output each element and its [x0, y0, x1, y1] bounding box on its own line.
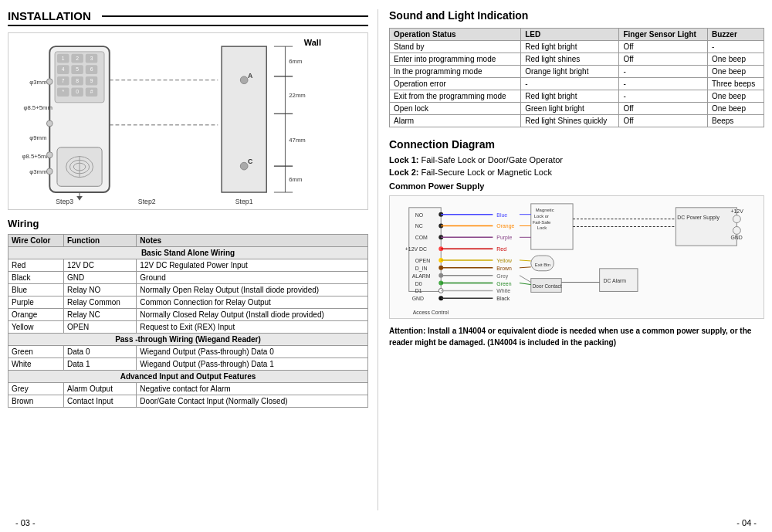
lock2-text: Lock 2: Fail-Secure Lock or Magnetic Loc… — [389, 168, 764, 177]
svg-text:Purple: Purple — [496, 235, 512, 241]
installation-svg: 1 2 3 4 5 6 7 8 9 * 0 # — [8, 33, 367, 209]
svg-text:3: 3 — [90, 56, 93, 61]
installation-title-text: INSTALLATION — [8, 9, 91, 22]
svg-text:DC Power Supply: DC Power Supply — [677, 215, 720, 221]
sound-cell-led: Red light bright — [521, 41, 619, 53]
wire-color: Red — [8, 259, 64, 272]
svg-line-122 — [520, 267, 531, 268]
svg-text:#: # — [90, 89, 93, 94]
svg-text:Step2: Step2 — [138, 198, 156, 205]
sound-row: Enter into programming modeRed light shi… — [390, 53, 764, 66]
sound-cell-led: Green light bright — [521, 103, 619, 115]
sound-cell-finger: - — [619, 78, 708, 90]
svg-text:22mm: 22mm — [289, 92, 306, 99]
page-num-right: - 04 - — [736, 518, 757, 527]
sound-cell-finger: Off — [619, 115, 708, 127]
wiring-row: BrownContact InputDoor/Gate Contact Inpu… — [8, 395, 368, 408]
wire-function: Relay NC — [64, 309, 137, 321]
svg-text:Yellow: Yellow — [496, 258, 512, 263]
wire-notes: Common Connection for Relay Output — [137, 296, 368, 309]
svg-text:DC Alarm: DC Alarm — [604, 278, 627, 283]
sound-row: Stand byRed light brightOff- — [390, 41, 764, 53]
svg-text:φ3mm: φ3mm — [29, 168, 46, 175]
sound-cell-led: Orange light bright — [521, 66, 619, 78]
wiring-row: BlackGNDGround — [8, 272, 368, 284]
common-power-title: Common Power Supply — [389, 181, 764, 191]
wire-color: Orange — [8, 309, 64, 321]
svg-text:GND: GND — [730, 235, 742, 240]
wire-color: Blue — [8, 284, 64, 296]
sound-cell-led: - — [521, 78, 619, 90]
svg-text:47mm: 47mm — [289, 137, 306, 144]
sound-cell-buzzer: One beep — [708, 53, 764, 66]
wire-notes: Door/Gate Contact Input (Normally Closed… — [137, 395, 368, 408]
svg-text:D1: D1 — [415, 288, 422, 293]
svg-point-41 — [46, 168, 52, 175]
wiring-row: WhiteData 1Wiegand Output (Pass-through)… — [8, 358, 368, 371]
svg-text:7: 7 — [62, 78, 65, 83]
svg-text:5: 5 — [76, 66, 79, 72]
wiring-section-header: Pass -through Wiring (Wiegand Reader) — [8, 334, 368, 346]
sound-cell-buzzer: Beeps — [708, 115, 764, 127]
wiring-section-header: Basic Stand Alone Wiring — [8, 247, 368, 259]
sound-cell-buzzer: One beep — [708, 103, 764, 115]
svg-line-124 — [520, 283, 531, 285]
svg-text:*: * — [62, 89, 64, 94]
wire-function: Data 0 — [64, 346, 137, 358]
wire-notes: Wiegand Output (Pass-through) Data 0 — [137, 346, 368, 358]
wire-color: Grey — [8, 383, 64, 395]
svg-text:White: White — [496, 288, 510, 293]
sound-cell-finger: - — [619, 66, 708, 78]
sound-cell-led: Red light bright — [521, 90, 619, 103]
svg-text:NO: NO — [415, 212, 424, 218]
svg-text:Access Control: Access Control — [413, 310, 449, 315]
lock2-desc: Fail-Secure Lock or Magnetic Lock — [422, 168, 552, 177]
sound-row: In the programming modeOrange light brig… — [390, 66, 764, 78]
sound-cell-status: In the programming mode — [390, 66, 521, 78]
svg-text:φ8.5+5mm: φ8.5+5mm — [23, 104, 52, 111]
wiring-row: YellowOPENRequest to Exit (REX) Input — [8, 321, 368, 334]
svg-text:Orange: Orange — [496, 223, 514, 229]
svg-text:Lock: Lock — [537, 225, 547, 230]
svg-text:Red: Red — [496, 246, 506, 252]
svg-text:ALARM: ALARM — [412, 273, 431, 279]
svg-point-40 — [46, 152, 52, 158]
sound-cell-led: Red light shines — [521, 53, 619, 66]
wire-function: Contact Input — [64, 395, 137, 408]
svg-point-130 — [733, 227, 740, 235]
sound-cell-status: Operation error — [390, 78, 521, 90]
sound-cell-status: Stand by — [390, 41, 521, 53]
svg-text:9: 9 — [90, 78, 93, 83]
svg-point-39 — [46, 120, 52, 127]
wiring-title: Wiring — [8, 218, 368, 229]
sound-col-led: LED — [521, 29, 619, 41]
svg-text:C: C — [248, 158, 253, 165]
wire-color: Purple — [8, 296, 64, 309]
svg-text:+12V: +12V — [730, 208, 743, 214]
svg-text:GND: GND — [412, 296, 424, 301]
sound-cell-finger: - — [619, 90, 708, 103]
wire-function: Alarm Output — [64, 383, 137, 395]
wire-notes: 12V DC Regulated Power Input — [137, 259, 368, 272]
svg-line-123 — [520, 276, 531, 283]
page-num-left: - 03 - — [15, 518, 36, 527]
wire-function: Data 1 — [64, 358, 137, 371]
svg-text:Fail-Safe: Fail-Safe — [533, 220, 551, 225]
sound-cell-finger: Off — [619, 41, 708, 53]
wire-notes: Ground — [137, 272, 368, 284]
sound-row: Exit from the programming modeRed light … — [390, 90, 764, 103]
wire-color: Black — [8, 272, 64, 284]
sound-row: Operation error--Three beeps — [390, 78, 764, 90]
svg-text:A: A — [248, 72, 253, 80]
svg-text:1: 1 — [62, 56, 65, 61]
svg-text:Door Contact: Door Contact — [533, 283, 562, 289]
svg-point-43 — [240, 76, 248, 84]
wire-notes: Negative contact for Alarm — [137, 383, 368, 395]
wire-function: 12V DC — [64, 259, 137, 272]
svg-point-38 — [46, 79, 52, 85]
wiring-section-header: Advanced Input and Output Features — [8, 371, 368, 383]
attention-text: Attention: Install a 1N4004 or equivalen… — [389, 325, 764, 348]
wiring-row: GreenData 0Wiegand Output (Pass-through)… — [8, 346, 368, 358]
svg-marker-67 — [76, 196, 83, 201]
sound-col-buzzer: Buzzer — [708, 29, 764, 41]
